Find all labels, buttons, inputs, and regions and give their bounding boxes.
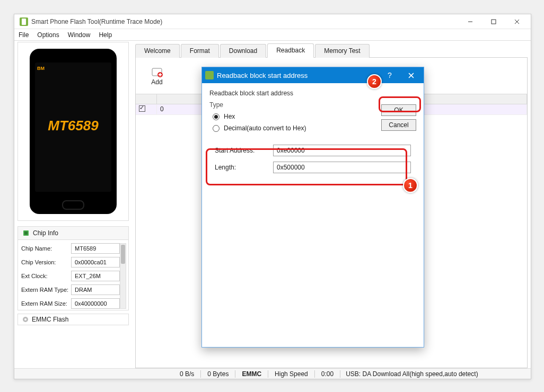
- emmc-flash-label: EMMC Flash: [32, 316, 68, 323]
- menubar: File Options Window Help: [14, 29, 531, 41]
- annotation-marker-2: 2: [367, 74, 382, 89]
- menu-options[interactable]: Options: [37, 31, 59, 39]
- tab-download[interactable]: Download: [220, 44, 266, 58]
- dialog-heading: Readback block start address: [209, 90, 416, 97]
- app-icon: [20, 17, 28, 26]
- ram-type-label: Extern RAM Type:: [20, 287, 71, 293]
- ext-clock-value: EXT_26M: [71, 271, 120, 281]
- home-button-icon: [62, 200, 84, 210]
- menu-file[interactable]: File: [19, 31, 29, 39]
- svg-rect-3: [492, 20, 496, 24]
- add-button-label: Add: [151, 78, 162, 86]
- emmc-flash-header[interactable]: EMMC Flash: [17, 314, 129, 325]
- start-address-input[interactable]: [273, 145, 411, 156]
- window-title: Smart Phone Flash Tool(Runtime Trace Mod…: [31, 18, 162, 25]
- cancel-button[interactable]: Cancel: [381, 119, 416, 131]
- status-bytes: 0 Bytes: [201, 370, 235, 378]
- chip-info-header: Chip Info: [17, 226, 129, 240]
- tab-memory-test[interactable]: Memory Test: [315, 44, 369, 58]
- annotation-marker-1: 1: [403, 178, 418, 193]
- radio-hex-label: Hex: [224, 113, 235, 120]
- radio-decimal-input[interactable]: [213, 125, 220, 132]
- dialog-title: Readback block start address: [217, 72, 308, 79]
- titlebar: Smart Phone Flash Tool(Runtime Trace Mod…: [14, 14, 531, 29]
- add-button[interactable]: Add: [141, 62, 173, 90]
- phone-preview: BM MT6589: [17, 42, 129, 221]
- dialog-close-button[interactable]: [400, 67, 422, 83]
- phone-brand-label: BM: [37, 66, 45, 71]
- add-icon: [151, 66, 163, 78]
- tab-format[interactable]: Format: [181, 44, 219, 58]
- svg-rect-1: [22, 19, 26, 25]
- ext-clock-label: Ext Clock:: [20, 273, 71, 279]
- status-mode: High Speed: [268, 370, 315, 378]
- phone-chip-label: MT6589: [30, 118, 117, 134]
- chip-info-grid: Chip Name:MT6589 Chip Version:0x0000ca01…: [17, 240, 129, 310]
- radio-hex-input[interactable]: [213, 113, 220, 120]
- row-cell: 0: [157, 104, 205, 114]
- chip-name-label: Chip Name:: [20, 245, 71, 252]
- menu-help[interactable]: Help: [99, 31, 112, 39]
- address-field-group: Start Address: Length:: [209, 139, 416, 185]
- chip-info-title: Chip Info: [33, 229, 58, 237]
- tab-strip: Welcome Format Download Readback Memory …: [135, 43, 528, 58]
- svg-rect-7: [24, 231, 28, 235]
- chip-version-label: Chip Version:: [20, 259, 71, 265]
- readback-address-dialog: Readback block start address ? Readback …: [201, 67, 424, 348]
- ram-size-value: 0x40000000: [71, 298, 120, 309]
- gear-icon: [22, 316, 29, 323]
- ram-type-value: DRAM: [71, 284, 120, 295]
- dialog-icon: [205, 71, 214, 79]
- maximize-button[interactable]: [482, 14, 505, 29]
- chip-icon: [22, 229, 30, 237]
- chip-version-value: 0x0000ca01: [71, 257, 120, 268]
- status-time: 0:00: [315, 370, 340, 378]
- svg-point-9: [24, 318, 27, 320]
- tab-readback[interactable]: Readback: [267, 43, 314, 58]
- radio-decimal-label: Decimal(auto convert to Hex): [224, 124, 306, 132]
- menu-window[interactable]: Window: [68, 31, 91, 39]
- status-usb: USB: DA Download All(high speed,auto det…: [340, 370, 483, 378]
- chip-info-scrollbar[interactable]: [120, 243, 126, 309]
- start-address-label: Start Address:: [215, 147, 273, 154]
- close-button[interactable]: [505, 14, 529, 29]
- ok-button[interactable]: OK: [381, 104, 416, 116]
- row-checkbox[interactable]: [139, 105, 145, 112]
- status-speed: 0 B/s: [173, 370, 201, 378]
- svg-rect-14: [205, 71, 214, 79]
- chip-name-value: MT6589: [71, 243, 120, 254]
- length-input[interactable]: [273, 162, 411, 173]
- minimize-button[interactable]: [459, 14, 482, 29]
- sidebar: BM MT6589 Chip Info Chip Name:MT6589 Chi…: [14, 41, 132, 368]
- status-bar: 0 B/s 0 Bytes EMMC High Speed 0:00 USB: …: [14, 368, 531, 379]
- ram-size-label: Extern RAM Size:: [20, 300, 71, 307]
- dialog-help-button[interactable]: ?: [379, 67, 400, 83]
- length-label: Length:: [215, 164, 273, 171]
- status-iface: EMMC: [235, 370, 268, 378]
- dialog-titlebar: Readback block start address ?: [202, 67, 424, 83]
- tab-welcome[interactable]: Welcome: [135, 44, 180, 58]
